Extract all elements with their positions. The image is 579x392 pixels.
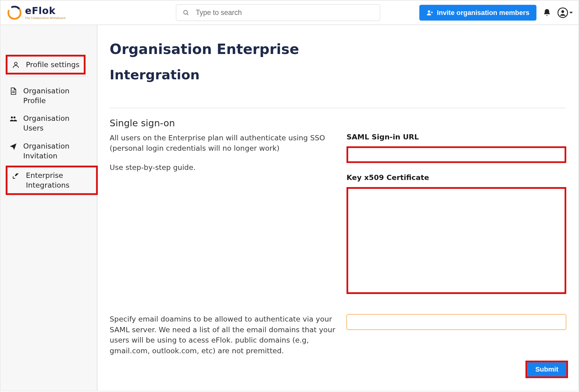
svg-point-8 — [11, 117, 13, 118]
sidebar: Profile settings Organisation Profile — [0, 25, 97, 391]
share-icon — [12, 172, 20, 180]
file-icon — [9, 87, 17, 95]
sidebar-separator — [9, 77, 88, 77]
sidebar-item-organisation-profile[interactable]: Organisation Profile — [0, 82, 97, 110]
svg-point-6 — [561, 10, 564, 13]
svg-point-7 — [14, 62, 17, 65]
domain-description: Specify email doamins to be allowed to a… — [110, 314, 344, 356]
sidebar-item-label: Enterprise Integrations — [26, 171, 89, 190]
svg-point-9 — [13, 117, 15, 118]
invite-members-label: Invite organisation members — [437, 9, 530, 16]
users-icon — [9, 115, 17, 123]
user-plus-icon — [426, 9, 433, 16]
cert-field-highlight — [347, 187, 566, 294]
brand-name: eFlok — [25, 6, 66, 16]
search-input[interactable] — [195, 8, 374, 17]
user-icon — [12, 61, 20, 69]
svg-point-2 — [184, 10, 188, 14]
svg-point-4 — [428, 10, 430, 13]
page-title: Organisation Enterprise — [110, 41, 566, 58]
user-menu[interactable] — [558, 7, 574, 18]
main-content: Organisation Enterprise Intergration Sin… — [97, 25, 579, 391]
sidebar-item-profile-settings[interactable]: Profile settings — [7, 56, 85, 74]
user-circle-icon — [558, 7, 568, 18]
search-box[interactable] — [176, 4, 380, 21]
allowed-domains-input[interactable] — [347, 314, 566, 330]
saml-url-field-highlight — [347, 146, 566, 163]
search-icon — [183, 9, 190, 16]
invite-members-button[interactable]: Invite organisation members — [419, 5, 537, 20]
notifications-bell-icon[interactable] — [543, 8, 552, 17]
divider — [110, 108, 566, 108]
sso-description: All users on the Enterprise plan will au… — [110, 133, 344, 154]
sidebar-item-label: Profile settings — [26, 60, 80, 70]
section-sso-heading: Single sign-on — [110, 118, 566, 128]
sidebar-item-label: Organisation Users — [23, 114, 88, 133]
cert-textarea[interactable] — [348, 189, 564, 290]
sidebar-item-organisation-users[interactable]: Organisation Users — [0, 110, 97, 137]
page-subheading: Intergration — [110, 67, 566, 82]
svg-line-3 — [187, 13, 189, 15]
saml-url-input[interactable] — [348, 148, 564, 161]
logo-mark-icon — [7, 5, 21, 20]
app-header: eFlok The Collaborative Whiteboard I — [0, 0, 578, 25]
saml-url-label: SAML Sign-in URL — [347, 133, 566, 141]
cert-label: Key x509 Certificate — [347, 174, 566, 182]
brand-logo[interactable]: eFlok The Collaborative Whiteboard — [6, 5, 66, 20]
send-icon — [9, 142, 17, 150]
submit-button[interactable]: Submit — [527, 362, 566, 376]
caret-down-icon — [569, 10, 573, 15]
sidebar-item-label: Organisation Invitation — [23, 142, 88, 160]
sso-guide-text: Use step-by-step guide. — [110, 163, 344, 173]
sidebar-item-label: Organisation Profile — [23, 87, 88, 106]
sidebar-item-enterprise-integrations[interactable]: Enterprise Integrations — [7, 167, 97, 194]
sidebar-item-organisation-invitation[interactable]: Organisation Invitation — [0, 137, 97, 165]
brand-tagline: The Collaborative Whiteboard — [25, 16, 66, 19]
